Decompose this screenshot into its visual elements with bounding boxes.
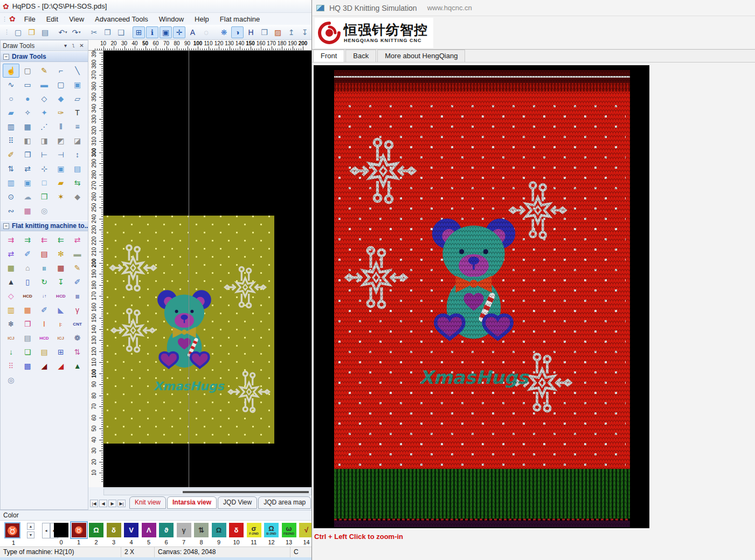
- snowflake-tool-button[interactable]: ❋: [218, 26, 230, 38]
- tool-garment[interactable]: ⌂: [19, 261, 36, 275]
- tool-parallelogram-filled[interactable]: ▰: [3, 106, 19, 120]
- tool-select-hand[interactable]: ☝: [3, 64, 19, 78]
- circle-select-button[interactable]: ◌: [200, 26, 212, 38]
- tool-download-green[interactable]: ↧: [52, 275, 69, 289]
- tool-redo-green[interactable]: ↻: [36, 275, 53, 289]
- tool-note-edit[interactable]: ✎: [69, 261, 86, 275]
- tool-double-columns[interactable]: ‖: [52, 120, 69, 134]
- tool-fill-texture[interactable]: ◪: [69, 134, 86, 148]
- new-file-button[interactable]: ▢: [12, 26, 24, 38]
- close-icon[interactable]: ✕: [78, 43, 86, 49]
- menu-flat-machine[interactable]: Flat machine: [214, 14, 265, 24]
- tool-distribute-vertical[interactable]: ↕: [69, 148, 86, 162]
- tool-door-panel[interactable]: ▯: [19, 275, 36, 289]
- tool-links-gold[interactable]: ✻: [52, 247, 69, 261]
- tool-yarn-loop[interactable]: γ: [69, 303, 86, 317]
- color-swatch-0[interactable]: [54, 523, 68, 537]
- tool-cnt-up[interactable]: CNT: [69, 317, 86, 331]
- tool-fill-flood[interactable]: ◧: [19, 134, 36, 148]
- tool-pencil[interactable]: ✎: [36, 64, 53, 78]
- tool-bed-gray[interactable]: ▤: [19, 331, 36, 345]
- tool-brush-j[interactable]: ✐: [36, 303, 53, 317]
- color-swatch-4[interactable]: V: [124, 523, 138, 537]
- tab-nav-2[interactable]: ▶: [108, 500, 116, 507]
- tool-rounded-rect[interactable]: ▢: [52, 78, 69, 92]
- menu-advanceed-tools[interactable]: Advanceed Tools: [89, 14, 154, 24]
- tool-link-pink[interactable]: ❐: [19, 317, 36, 331]
- menu-view[interactable]: View: [64, 14, 89, 24]
- spinner-up-icon[interactable]: ▲: [27, 523, 34, 530]
- color-swatch-3[interactable]: δ: [107, 523, 121, 537]
- tab-jqd-area-map[interactable]: JQD area map: [258, 496, 311, 509]
- simulation-canvas[interactable]: XmasHugs: [314, 65, 649, 528]
- tool-wedge-dark[interactable]: ◢: [36, 359, 53, 373]
- tool-yarn-brush[interactable]: ✐: [19, 247, 36, 261]
- tab-nav-3[interactable]: ▶|: [117, 500, 126, 507]
- tool-dotted-line[interactable]: ⋰: [36, 120, 53, 134]
- tool-button-tool[interactable]: ▬: [69, 247, 86, 261]
- scrollbar-thumb[interactable]: [183, 491, 309, 493]
- tool-eraser[interactable]: ◆: [69, 190, 86, 204]
- tool-fill-gradient[interactable]: ◩: [52, 134, 69, 148]
- dropdown-arrow-icon[interactable]: ▾: [79, 30, 81, 34]
- tool-distribute-horizontal[interactable]: ⇅: [3, 162, 19, 176]
- color-mode-button[interactable]: ▨: [272, 26, 284, 38]
- color-swatch-10[interactable]: δ: [229, 523, 244, 537]
- tool-ellipse[interactable]: ○: [3, 92, 19, 106]
- tool-hcd-up-2[interactable]: HCD: [36, 331, 53, 345]
- color-swatch-2[interactable]: Ω: [89, 523, 103, 537]
- tool-block-grid[interactable]: ⠿: [3, 134, 19, 148]
- tab-intarsia-view[interactable]: Intarsia view: [167, 496, 217, 509]
- cut-button[interactable]: ✂: [88, 26, 100, 38]
- tool-stripes-yellow[interactable]: ▥: [3, 303, 19, 317]
- tool-color-picker[interactable]: ✑: [52, 106, 69, 120]
- copy-pages-button[interactable]: ❒: [258, 26, 271, 38]
- tool-snow-block[interactable]: ❄: [3, 317, 19, 331]
- tool-pattern-grid[interactable]: ▦: [19, 204, 36, 218]
- tool-bars-blue[interactable]: |||: [69, 289, 86, 303]
- tab-nav-0[interactable]: |◀: [90, 500, 98, 507]
- tool-tree-green[interactable]: ▲: [69, 359, 86, 373]
- find-tool-button[interactable]: H: [245, 26, 257, 38]
- tool-flower-dark[interactable]: ❁: [69, 331, 86, 345]
- tool-frame-bottom[interactable]: ▤: [69, 162, 86, 176]
- redo-button[interactable]: ↷▾: [70, 26, 82, 38]
- tool-wedge-red[interactable]: ◢: [52, 359, 69, 373]
- sim-tab-front[interactable]: Front: [313, 50, 344, 62]
- tool-copy-sheet[interactable]: ❐: [19, 148, 36, 162]
- tool-diamond-pink[interactable]: ◇: [3, 289, 19, 303]
- tool-frame-inner[interactable]: ▣: [52, 162, 69, 176]
- current-color-swatch[interactable]: ♉: [4, 522, 20, 538]
- export-button[interactable]: ↧: [299, 26, 311, 38]
- tool-group-header-draw-tools[interactable]: −Draw Tools: [1, 51, 88, 62]
- sim-tab-back[interactable]: Back: [345, 50, 376, 62]
- dropdown-arrow-icon[interactable]: ▾: [65, 30, 67, 34]
- color-swatch-9[interactable]: Ω: [212, 523, 226, 537]
- tool-ellipse-filled[interactable]: ●: [19, 92, 36, 106]
- tool-fill-pattern[interactable]: ◨: [36, 134, 53, 148]
- tool-vertical-lines[interactable]: ▥: [3, 120, 19, 134]
- tool-anchor-point[interactable]: ⊹: [36, 162, 53, 176]
- tool-cloud[interactable]: ☁: [19, 190, 36, 204]
- copy-button[interactable]: ❐: [101, 26, 114, 38]
- color-swatch-11[interactable]: σF-2ND: [247, 523, 261, 537]
- color-swatch-1[interactable]: ♉: [72, 523, 86, 537]
- menu-file[interactable]: File: [19, 14, 41, 24]
- tool-swap-refresh[interactable]: ⇆: [69, 176, 86, 190]
- undo-button[interactable]: ↶▾: [57, 26, 69, 38]
- color-swatch-6[interactable]: ϑ: [159, 523, 174, 537]
- letter-a-tool-button[interactable]: A: [186, 26, 199, 38]
- design-canvas[interactable]: XmasHugs: [103, 51, 311, 487]
- tool-hcd-to[interactable]: HCD: [19, 289, 36, 303]
- color-swatch-8[interactable]: ⇅: [194, 523, 209, 537]
- tool-line[interactable]: ╲: [69, 64, 86, 78]
- color-swatch-14[interactable]: √: [299, 523, 311, 537]
- color-prev-icon[interactable]: ◂: [42, 523, 50, 538]
- tool-orange-block[interactable]: ▦: [19, 303, 36, 317]
- tool-parallelogram[interactable]: ▱: [69, 92, 86, 106]
- tool-gold-block[interactable]: ▰: [52, 176, 69, 190]
- tool-blocks-colored[interactable]: ❏: [19, 345, 36, 359]
- tool-brush[interactable]: ✐: [3, 148, 19, 162]
- tool-transfer-front[interactable]: ⇉: [3, 233, 19, 247]
- tool-grid-blocks[interactable]: ▦: [19, 120, 36, 134]
